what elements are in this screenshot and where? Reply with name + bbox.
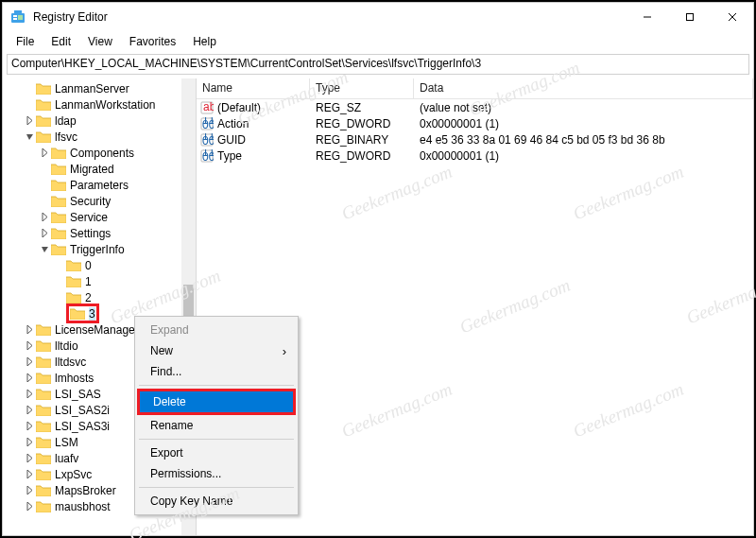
chevron-right-icon[interactable] xyxy=(24,389,35,400)
chevron-right-icon[interactable] xyxy=(24,421,35,432)
toggle-placeholder xyxy=(54,292,65,304)
tree-item-label: LSI_SAS xyxy=(55,388,101,401)
tree-item[interactable]: Service xyxy=(3,209,196,225)
tree-item-label: luafv xyxy=(55,452,78,465)
tree-item[interactable]: TriggerInfo xyxy=(3,241,196,257)
column-data[interactable]: Data xyxy=(414,78,753,98)
menu-file[interactable]: File xyxy=(9,33,42,50)
tree-item[interactable]: lfsvc xyxy=(3,129,196,145)
ctx-delete[interactable]: Delete xyxy=(140,391,293,412)
folder-icon xyxy=(36,484,51,496)
window-title: Registry Editor xyxy=(33,10,108,24)
tree-item-label: Parameters xyxy=(70,179,129,192)
ctx-new[interactable]: New xyxy=(137,340,296,361)
chevron-right-icon[interactable] xyxy=(39,148,50,159)
folder-icon xyxy=(36,500,51,512)
content-area: LanmanServerLanmanWorkstationldaplfsvcCo… xyxy=(3,78,753,535)
value-name: GUID xyxy=(217,133,246,147)
tree-item[interactable]: Security xyxy=(3,193,196,209)
tree-item[interactable]: ldap xyxy=(3,113,196,129)
tree-item[interactable]: 1 xyxy=(3,273,196,289)
chevron-right-icon[interactable] xyxy=(39,212,50,223)
folder-icon xyxy=(36,356,51,368)
tree-item[interactable]: Components xyxy=(3,145,196,161)
tree-item-label: LxpSvc xyxy=(55,468,92,481)
chevron-right-icon[interactable] xyxy=(24,340,35,352)
folder-icon xyxy=(36,372,51,384)
tree-item[interactable]: Settings xyxy=(3,225,196,241)
chevron-right-icon[interactable] xyxy=(24,501,35,512)
svg-rect-1 xyxy=(13,15,17,17)
tree-item-label: 2 xyxy=(85,291,92,304)
column-name[interactable]: Name xyxy=(197,78,310,98)
folder-icon xyxy=(66,291,81,304)
folder-icon xyxy=(66,259,81,271)
menu-view[interactable]: View xyxy=(80,33,120,50)
menu-favorites[interactable]: Favorites xyxy=(122,33,183,50)
ctx-delete-highlight: Delete xyxy=(137,389,296,415)
list-header[interactable]: Name Type Data xyxy=(197,78,753,99)
ctx-separator xyxy=(139,439,294,440)
folder-icon xyxy=(36,323,51,336)
tree-item[interactable]: 2 xyxy=(3,289,196,305)
ctx-find[interactable]: Find... xyxy=(137,361,296,382)
chevron-right-icon[interactable] xyxy=(24,373,35,384)
ctx-export[interactable]: Export xyxy=(137,443,296,463)
titlebar[interactable]: Registry Editor xyxy=(3,3,753,31)
ctx-copy-key-name[interactable]: Copy Key Name xyxy=(137,491,296,512)
toggle-placeholder xyxy=(54,276,65,287)
menu-edit[interactable]: Edit xyxy=(43,33,78,50)
chevron-right-icon[interactable] xyxy=(24,324,35,336)
close-button[interactable] xyxy=(711,3,753,31)
folder-icon xyxy=(51,163,66,175)
ctx-expand: Expand xyxy=(137,320,296,340)
tree-item[interactable]: LanmanWorkstation xyxy=(3,96,196,113)
tree-item-label: mausbhost xyxy=(55,500,111,513)
tree-item-label: Service xyxy=(70,211,108,224)
chevron-right-icon[interactable] xyxy=(24,356,35,368)
minimize-button[interactable] xyxy=(626,3,668,31)
ctx-separator xyxy=(139,385,294,386)
chevron-down-icon[interactable] xyxy=(24,131,35,143)
value-row[interactable]: 110001GUIDREG_BINARYe4 e5 36 33 8a 01 69… xyxy=(197,131,753,148)
value-row[interactable]: ab(Default)REG_SZ(value not set) xyxy=(197,99,753,115)
svg-text:001: 001 xyxy=(202,150,214,163)
tree-item[interactable]: LanmanServer xyxy=(3,80,196,96)
value-type: REG_BINARY xyxy=(310,133,414,147)
folder-icon xyxy=(36,130,51,143)
svg-rect-4 xyxy=(14,10,22,13)
tree-item[interactable]: Migrated xyxy=(3,161,196,177)
toggle-placeholder xyxy=(24,83,35,95)
value-name: (Default) xyxy=(217,101,261,114)
ctx-rename[interactable]: Rename xyxy=(137,415,296,436)
chevron-right-icon[interactable] xyxy=(39,228,50,239)
chevron-right-icon[interactable] xyxy=(24,469,35,480)
tree-item-label: lltdsvc xyxy=(55,356,86,369)
chevron-right-icon[interactable] xyxy=(24,453,35,464)
svg-text:001: 001 xyxy=(202,134,214,147)
tree-item-label: LanmanWorkstation xyxy=(55,98,156,112)
tree-item[interactable]: Parameters xyxy=(3,177,196,193)
chevron-down-icon[interactable] xyxy=(39,244,50,255)
tree-item-label: 1 xyxy=(85,275,92,288)
tree-item-label: 0 xyxy=(85,259,92,272)
menu-help[interactable]: Help xyxy=(185,33,224,50)
folder-icon xyxy=(36,82,51,95)
folder-icon xyxy=(70,307,85,320)
tree-item[interactable]: 0 xyxy=(3,257,196,273)
chevron-right-icon[interactable] xyxy=(24,405,35,416)
value-row[interactable]: 110001ActionREG_DWORD0x00000001 (1) xyxy=(197,115,753,131)
address-bar[interactable]: Computer\HKEY_LOCAL_MACHINE\SYSTEM\Curre… xyxy=(7,54,749,75)
svg-rect-6 xyxy=(686,14,693,21)
tree-item-label: LSM xyxy=(55,436,78,449)
tree-item-label: Security xyxy=(70,195,111,208)
ctx-permissions[interactable]: Permissions... xyxy=(137,463,296,484)
toggle-placeholder xyxy=(54,308,65,320)
column-type[interactable]: Type xyxy=(310,78,414,98)
svg-text:ab: ab xyxy=(203,101,214,113)
value-row[interactable]: 110001TypeREG_DWORD0x00000001 (1) xyxy=(197,148,753,164)
maximize-button[interactable] xyxy=(668,3,711,31)
chevron-right-icon[interactable] xyxy=(24,485,35,496)
chevron-right-icon[interactable] xyxy=(24,437,35,448)
chevron-right-icon[interactable] xyxy=(24,115,35,127)
